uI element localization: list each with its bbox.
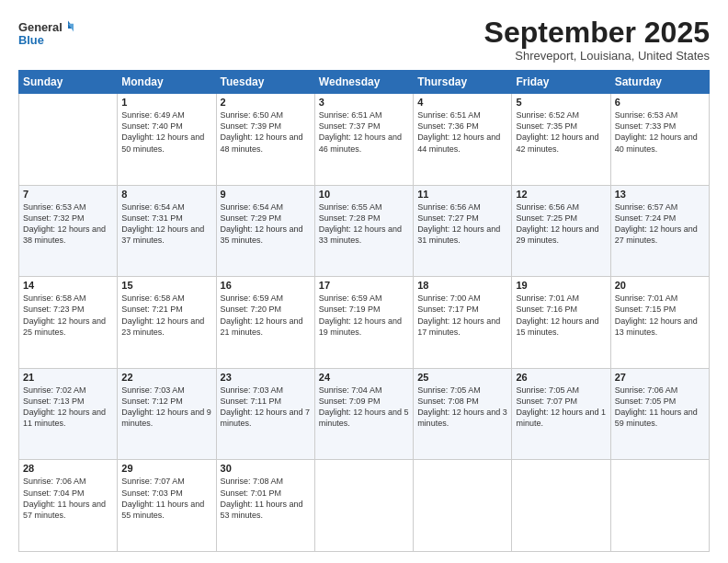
day-number: 13	[615, 189, 705, 200]
calendar-cell: 21 Sunrise: 7:02 AMSunset: 7:13 PMDaylig…	[19, 368, 118, 460]
day-number: 18	[417, 280, 507, 291]
calendar-cell: 17 Sunrise: 6:59 AMSunset: 7:19 PMDaylig…	[314, 277, 413, 369]
calendar-cell: 14 Sunrise: 6:58 AMSunset: 7:23 PMDaylig…	[19, 277, 118, 369]
calendar-cell	[610, 460, 709, 552]
cell-info: Sunrise: 6:55 AMSunset: 7:28 PMDaylight:…	[319, 201, 409, 247]
logo: General Blue	[18, 17, 74, 52]
cell-info: Sunrise: 7:08 AMSunset: 7:01 PMDaylight:…	[221, 476, 311, 521]
month-title: September 2025	[484, 17, 710, 49]
week-row-5: 28 Sunrise: 7:06 AMSunset: 7:04 PMDaylig…	[19, 460, 710, 552]
week-row-3: 14 Sunrise: 6:58 AMSunset: 7:23 PMDaylig…	[19, 277, 710, 369]
day-number: 21	[23, 372, 113, 383]
calendar-cell: 23 Sunrise: 7:03 AMSunset: 7:11 PMDaylig…	[216, 368, 314, 460]
calendar-cell: 18 Sunrise: 7:00 AMSunset: 7:17 PMDaylig…	[414, 277, 512, 369]
day-number: 5	[516, 97, 606, 108]
day-number: 30	[221, 463, 311, 474]
calendar-cell: 11 Sunrise: 6:56 AMSunset: 7:27 PMDaylig…	[414, 185, 512, 277]
day-number: 3	[319, 97, 409, 108]
week-row-2: 7 Sunrise: 6:53 AMSunset: 7:32 PMDayligh…	[19, 185, 710, 277]
day-number: 6	[615, 97, 705, 108]
calendar-cell: 24 Sunrise: 7:04 AMSunset: 7:09 PMDaylig…	[314, 368, 413, 460]
calendar-cell: 13 Sunrise: 6:57 AMSunset: 7:24 PMDaylig…	[610, 185, 709, 277]
day-number: 25	[417, 372, 507, 383]
calendar-cell	[19, 94, 118, 186]
day-number: 9	[221, 189, 311, 200]
calendar-cell: 5 Sunrise: 6:52 AMSunset: 7:35 PMDayligh…	[512, 94, 610, 186]
cell-info: Sunrise: 6:59 AMSunset: 7:20 PMDaylight:…	[221, 293, 311, 338]
cell-info: Sunrise: 7:05 AMSunset: 7:07 PMDaylight:…	[516, 385, 606, 430]
col-header-thursday: Thursday	[414, 71, 512, 94]
calendar-cell: 12 Sunrise: 6:56 AMSunset: 7:25 PMDaylig…	[512, 185, 610, 277]
cell-info: Sunrise: 7:04 AMSunset: 7:09 PMDaylight:…	[319, 385, 409, 430]
day-number: 17	[319, 280, 409, 291]
cell-info: Sunrise: 7:06 AMSunset: 7:04 PMDaylight:…	[23, 476, 113, 521]
day-number: 4	[417, 97, 507, 108]
calendar-cell: 30 Sunrise: 7:08 AMSunset: 7:01 PMDaylig…	[216, 460, 314, 552]
day-number: 27	[615, 372, 705, 383]
cell-info: Sunrise: 6:53 AMSunset: 7:32 PMDaylight:…	[23, 201, 113, 247]
cell-info: Sunrise: 6:53 AMSunset: 7:33 PMDaylight:…	[615, 109, 705, 155]
cell-info: Sunrise: 6:56 AMSunset: 7:25 PMDaylight:…	[516, 201, 606, 247]
calendar-cell: 2 Sunrise: 6:50 AMSunset: 7:39 PMDayligh…	[216, 94, 314, 186]
day-number: 1	[121, 97, 211, 108]
col-header-tuesday: Tuesday	[216, 71, 314, 94]
day-number: 2	[221, 97, 311, 108]
cell-info: Sunrise: 6:51 AMSunset: 7:37 PMDaylight:…	[319, 109, 409, 155]
calendar-cell: 4 Sunrise: 6:51 AMSunset: 7:36 PMDayligh…	[414, 94, 512, 186]
week-row-1: 1 Sunrise: 6:49 AMSunset: 7:40 PMDayligh…	[19, 94, 710, 186]
calendar-header-row: SundayMondayTuesdayWednesdayThursdayFrid…	[19, 71, 710, 94]
cell-info: Sunrise: 6:59 AMSunset: 7:19 PMDaylight:…	[319, 293, 409, 338]
cell-info: Sunrise: 6:58 AMSunset: 7:21 PMDaylight:…	[121, 293, 211, 338]
calendar-cell: 16 Sunrise: 6:59 AMSunset: 7:20 PMDaylig…	[216, 277, 314, 369]
col-header-sunday: Sunday	[19, 71, 118, 94]
calendar-cell: 19 Sunrise: 7:01 AMSunset: 7:16 PMDaylig…	[512, 277, 610, 369]
day-number: 12	[516, 189, 606, 200]
cell-info: Sunrise: 7:03 AMSunset: 7:11 PMDaylight:…	[221, 385, 311, 430]
col-header-wednesday: Wednesday	[314, 71, 413, 94]
cell-info: Sunrise: 6:57 AMSunset: 7:24 PMDaylight:…	[615, 201, 705, 247]
day-number: 24	[319, 372, 409, 383]
day-number: 19	[516, 280, 606, 291]
calendar-cell: 7 Sunrise: 6:53 AMSunset: 7:32 PMDayligh…	[19, 185, 118, 277]
day-number: 16	[221, 280, 311, 291]
cell-info: Sunrise: 7:00 AMSunset: 7:17 PMDaylight:…	[417, 293, 507, 338]
cell-info: Sunrise: 6:58 AMSunset: 7:23 PMDaylight:…	[23, 293, 113, 338]
day-number: 11	[417, 189, 507, 200]
day-number: 10	[319, 189, 409, 200]
cell-info: Sunrise: 6:56 AMSunset: 7:27 PMDaylight:…	[417, 201, 507, 247]
header: General Blue September 2025 Shreveport, …	[18, 17, 710, 63]
page: General Blue September 2025 Shreveport, …	[0, 0, 728, 563]
cell-info: Sunrise: 6:54 AMSunset: 7:31 PMDaylight:…	[121, 201, 211, 247]
col-header-saturday: Saturday	[610, 71, 709, 94]
cell-info: Sunrise: 6:49 AMSunset: 7:40 PMDaylight:…	[121, 109, 211, 155]
cell-info: Sunrise: 7:07 AMSunset: 7:03 PMDaylight:…	[121, 476, 211, 521]
cell-info: Sunrise: 7:02 AMSunset: 7:13 PMDaylight:…	[23, 385, 113, 430]
col-header-monday: Monday	[118, 71, 216, 94]
day-number: 23	[221, 372, 311, 383]
calendar-cell: 10 Sunrise: 6:55 AMSunset: 7:28 PMDaylig…	[314, 185, 413, 277]
calendar-cell: 9 Sunrise: 6:54 AMSunset: 7:29 PMDayligh…	[216, 185, 314, 277]
cell-info: Sunrise: 7:01 AMSunset: 7:15 PMDaylight:…	[615, 293, 705, 338]
cell-info: Sunrise: 7:03 AMSunset: 7:12 PMDaylight:…	[121, 385, 211, 430]
calendar-cell	[414, 460, 512, 552]
calendar-cell: 3 Sunrise: 6:51 AMSunset: 7:37 PMDayligh…	[314, 94, 413, 186]
day-number: 14	[23, 280, 113, 291]
day-number: 26	[516, 372, 606, 383]
calendar-cell: 25 Sunrise: 7:05 AMSunset: 7:08 PMDaylig…	[414, 368, 512, 460]
week-row-4: 21 Sunrise: 7:02 AMSunset: 7:13 PMDaylig…	[19, 368, 710, 460]
cell-info: Sunrise: 6:50 AMSunset: 7:39 PMDaylight:…	[221, 109, 311, 155]
day-number: 22	[121, 372, 211, 383]
calendar-cell: 15 Sunrise: 6:58 AMSunset: 7:21 PMDaylig…	[118, 277, 216, 369]
calendar-cell: 6 Sunrise: 6:53 AMSunset: 7:33 PMDayligh…	[610, 94, 709, 186]
calendar-cell: 26 Sunrise: 7:05 AMSunset: 7:07 PMDaylig…	[512, 368, 610, 460]
title-block: September 2025 Shreveport, Louisiana, Un…	[484, 17, 710, 63]
cell-info: Sunrise: 7:01 AMSunset: 7:16 PMDaylight:…	[516, 293, 606, 338]
svg-text:General: General	[18, 20, 63, 34]
calendar-cell: 1 Sunrise: 6:49 AMSunset: 7:40 PMDayligh…	[118, 94, 216, 186]
col-header-friday: Friday	[512, 71, 610, 94]
calendar-cell: 27 Sunrise: 7:06 AMSunset: 7:05 PMDaylig…	[610, 368, 709, 460]
cell-info: Sunrise: 6:54 AMSunset: 7:29 PMDaylight:…	[221, 201, 311, 247]
day-number: 7	[23, 189, 113, 200]
logo-svg: General Blue	[18, 17, 74, 52]
cell-info: Sunrise: 7:05 AMSunset: 7:08 PMDaylight:…	[417, 385, 507, 430]
